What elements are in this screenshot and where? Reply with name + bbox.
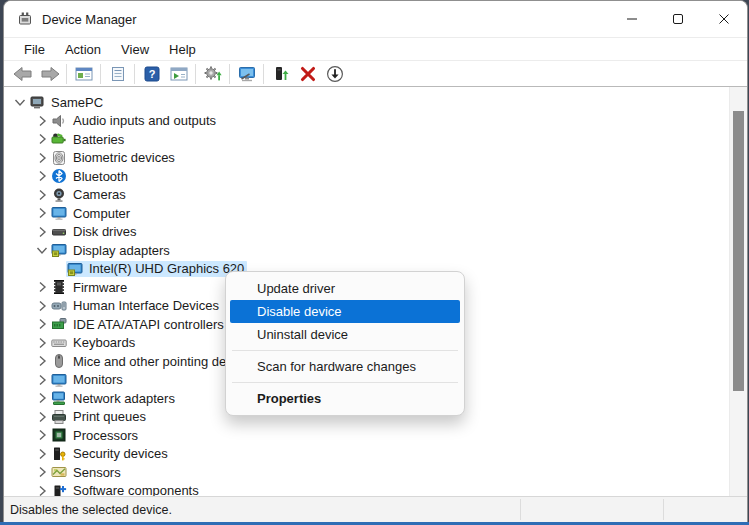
help-button[interactable]: ? — [138, 62, 165, 85]
window-title: Device Manager — [42, 12, 137, 27]
chevron-right-icon[interactable] — [34, 353, 50, 369]
uninstall-device-button[interactable] — [294, 62, 321, 85]
scan-hardware-button[interactable] — [233, 62, 260, 85]
forward-button[interactable] — [36, 62, 63, 85]
back-button[interactable] — [9, 62, 36, 85]
chevron-right-icon[interactable] — [34, 464, 50, 480]
titlebar: Device Manager — [4, 1, 747, 38]
minimize-button[interactable] — [609, 1, 655, 37]
chevron-right-icon[interactable] — [34, 224, 50, 240]
chevron-down-icon[interactable] — [34, 242, 50, 258]
tree-item-label: Bluetooth — [73, 169, 128, 184]
scan-monitor-icon — [238, 66, 256, 82]
chevron-down-icon[interactable] — [12, 94, 28, 110]
menu-help[interactable]: Help — [159, 40, 206, 59]
tree-item-disk-drives[interactable]: Disk drives — [4, 223, 747, 242]
svg-text:?: ? — [148, 68, 155, 80]
maximize-button[interactable] — [655, 1, 701, 37]
tree-item-samepc[interactable]: SamePC — [4, 93, 747, 112]
menu-file[interactable]: File — [14, 40, 55, 59]
tree-item-label: IDE ATA/ATAPI controllers — [73, 317, 224, 332]
tree-item-label: Monitors — [73, 372, 123, 387]
scrollbar-thumb[interactable] — [733, 111, 744, 391]
tree-item-label: Firmware — [73, 280, 127, 295]
tree-item-label: Network adapters — [73, 391, 175, 406]
chevron-right-icon[interactable] — [34, 131, 50, 147]
update-driver-icon — [204, 66, 222, 82]
tree-item-computer[interactable]: Computer — [4, 204, 747, 223]
tree-item-label: Disk drives — [73, 224, 137, 239]
action-pane-icon — [170, 66, 188, 82]
tree-item-biometric-devices[interactable]: Biometric devices — [4, 149, 747, 168]
tree-item-processors[interactable]: Processors — [4, 426, 747, 445]
tree-item-label: Computer — [73, 206, 130, 221]
speaker-icon — [51, 113, 67, 129]
menu-action[interactable]: Action — [55, 40, 111, 59]
tree-item-software-components[interactable]: Software components — [4, 482, 747, 497]
properties-button[interactable] — [104, 62, 131, 85]
uninstall-x-icon — [300, 66, 316, 82]
add-driver-button[interactable] — [267, 62, 294, 85]
display-adapter-icon — [67, 261, 83, 277]
monitor-icon — [51, 372, 67, 388]
toolbar-separator — [100, 64, 101, 84]
context-menu-item-disable-device[interactable]: Disable device — [230, 300, 460, 323]
context-menu-item-properties[interactable]: Properties — [230, 387, 460, 410]
close-icon — [719, 14, 729, 24]
properties-icon — [110, 66, 126, 82]
tree-item-sensors[interactable]: Sensors — [4, 463, 747, 482]
action-pane-button[interactable] — [165, 62, 192, 85]
maximize-icon — [673, 14, 683, 24]
tree-item-label: Human Interface Devices — [73, 298, 219, 313]
context-menu-item-uninstall-device[interactable]: Uninstall device — [230, 323, 460, 346]
menu-view[interactable]: View — [111, 40, 159, 59]
vertical-scrollbar[interactable] — [729, 87, 747, 496]
chevron-right-icon[interactable] — [34, 187, 50, 203]
status-separator — [520, 499, 521, 520]
toolbar-separator — [134, 64, 135, 84]
hid-icon — [51, 298, 67, 314]
tree-item-bluetooth[interactable]: Bluetooth — [4, 167, 747, 186]
chevron-right-icon[interactable] — [34, 390, 50, 406]
chevron-right-icon[interactable] — [34, 446, 50, 462]
chevron-right-icon[interactable] — [34, 205, 50, 221]
close-button[interactable] — [701, 1, 747, 37]
tree-item-batteries[interactable]: Batteries — [4, 130, 747, 149]
tree-item-security-devices[interactable]: Security devices — [4, 445, 747, 464]
processor-icon — [51, 427, 67, 443]
tree-item-label: Audio inputs and outputs — [73, 113, 216, 128]
chevron-right-icon[interactable] — [34, 409, 50, 425]
window-controls — [609, 1, 747, 37]
mouse-icon — [51, 353, 67, 369]
chevron-right-icon[interactable] — [34, 150, 50, 166]
chevron-right-icon[interactable] — [34, 372, 50, 388]
tree-item-cameras[interactable]: Cameras — [4, 186, 747, 205]
chevron-right-icon[interactable] — [34, 279, 50, 295]
disk-icon — [51, 224, 67, 240]
chevron-right-icon[interactable] — [34, 298, 50, 314]
tree-item-label: Processors — [73, 428, 138, 443]
status-bar: Disables the selected device. — [4, 496, 747, 522]
context-menu-item-scan-for-hardware-changes[interactable]: Scan for hardware changes — [230, 355, 460, 378]
context-menu-item-update-driver[interactable]: Update driver — [230, 277, 460, 300]
chevron-right-icon[interactable] — [34, 168, 50, 184]
network-icon — [51, 390, 67, 406]
tree-item-display-adapters[interactable]: Display adapters — [4, 241, 747, 260]
tree-item-label: Biometric devices — [73, 150, 175, 165]
bluetooth-icon — [51, 168, 67, 184]
keyboard-icon — [51, 335, 67, 351]
sensor-icon — [51, 464, 67, 480]
chevron-right-icon[interactable] — [34, 335, 50, 351]
chevron-right-icon[interactable] — [34, 113, 50, 129]
update-driver-button[interactable] — [199, 62, 226, 85]
show-console-tree-button[interactable] — [70, 62, 97, 85]
chevron-right-icon[interactable] — [34, 316, 50, 332]
disable-device-button[interactable] — [321, 62, 348, 85]
console-tree-icon — [75, 66, 93, 82]
chevron-right-icon[interactable] — [34, 483, 50, 496]
chevron-right-icon[interactable] — [34, 427, 50, 443]
tree-item-label: Sensors — [73, 465, 121, 480]
tree-item-audio-inputs-and-outputs[interactable]: Audio inputs and outputs — [4, 112, 747, 131]
context-menu-separator — [232, 382, 458, 383]
minimize-icon — [627, 14, 637, 24]
